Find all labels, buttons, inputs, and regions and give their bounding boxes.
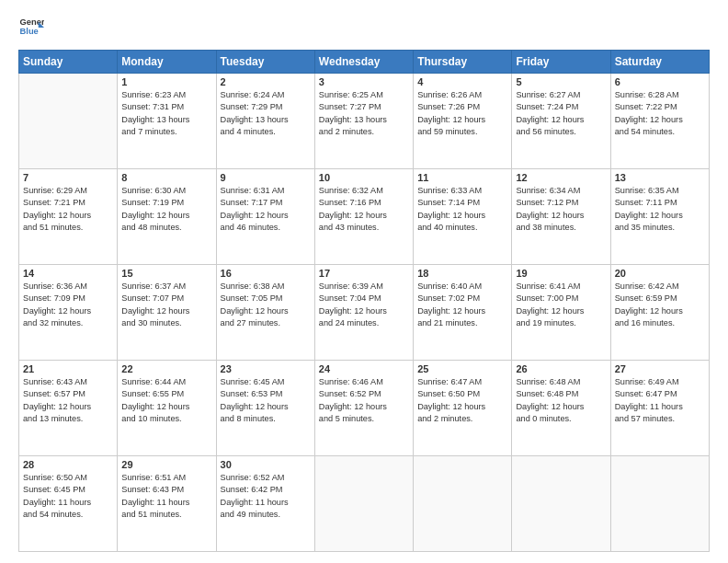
cell-info: Sunrise: 6:36 AM Sunset: 7:09 PM Dayligh… bbox=[23, 281, 113, 329]
calendar-cell: 19Sunrise: 6:41 AM Sunset: 7:00 PM Dayli… bbox=[512, 265, 610, 361]
day-number: 13 bbox=[615, 172, 705, 183]
calendar-cell: 13Sunrise: 6:35 AM Sunset: 7:11 PM Dayli… bbox=[610, 169, 709, 265]
calendar-cell: 16Sunrise: 6:38 AM Sunset: 7:05 PM Dayli… bbox=[216, 265, 314, 361]
calendar-cell: 30Sunrise: 6:52 AM Sunset: 6:42 PM Dayli… bbox=[216, 456, 314, 552]
calendar-cell bbox=[512, 456, 610, 552]
calendar-cell: 4Sunrise: 6:26 AM Sunset: 7:26 PM Daylig… bbox=[414, 74, 512, 169]
day-number: 23 bbox=[221, 363, 311, 374]
calendar-cell: 23Sunrise: 6:45 AM Sunset: 6:53 PM Dayli… bbox=[216, 361, 314, 456]
cell-info: Sunrise: 6:50 AM Sunset: 6:45 PM Dayligh… bbox=[23, 472, 113, 521]
cell-info: Sunrise: 6:29 AM Sunset: 7:21 PM Dayligh… bbox=[23, 185, 113, 234]
day-number: 7 bbox=[23, 172, 113, 183]
cell-info: Sunrise: 6:38 AM Sunset: 7:05 PM Dayligh… bbox=[221, 281, 311, 329]
weekday-header-thursday: Thursday bbox=[414, 51, 512, 74]
day-number: 19 bbox=[516, 268, 606, 279]
calendar-cell: 12Sunrise: 6:34 AM Sunset: 7:12 PM Dayli… bbox=[512, 169, 610, 265]
day-number: 17 bbox=[319, 268, 409, 279]
day-number: 15 bbox=[121, 268, 211, 279]
cell-info: Sunrise: 6:32 AM Sunset: 7:16 PM Dayligh… bbox=[319, 185, 409, 234]
cell-info: Sunrise: 6:49 AM Sunset: 6:47 PM Dayligh… bbox=[615, 376, 705, 425]
day-number: 16 bbox=[221, 268, 311, 279]
day-number: 29 bbox=[121, 459, 211, 470]
cell-info: Sunrise: 6:47 AM Sunset: 6:50 PM Dayligh… bbox=[417, 376, 507, 425]
weekday-header-monday: Monday bbox=[118, 51, 216, 74]
calendar-cell bbox=[314, 456, 413, 552]
calendar-cell: 17Sunrise: 6:39 AM Sunset: 7:04 PM Dayli… bbox=[314, 265, 413, 361]
cell-info: Sunrise: 6:23 AM Sunset: 7:31 PM Dayligh… bbox=[121, 89, 211, 138]
logo-icon: General Blue bbox=[18, 15, 44, 40]
day-number: 3 bbox=[319, 76, 409, 87]
cell-info: Sunrise: 6:44 AM Sunset: 6:55 PM Dayligh… bbox=[121, 376, 211, 425]
cell-info: Sunrise: 6:46 AM Sunset: 6:52 PM Dayligh… bbox=[319, 376, 409, 425]
cell-info: Sunrise: 6:28 AM Sunset: 7:22 PM Dayligh… bbox=[615, 89, 705, 138]
cell-info: Sunrise: 6:25 AM Sunset: 7:27 PM Dayligh… bbox=[319, 89, 409, 138]
calendar-cell: 1Sunrise: 6:23 AM Sunset: 7:31 PM Daylig… bbox=[118, 74, 216, 169]
calendar-cell: 10Sunrise: 6:32 AM Sunset: 7:16 PM Dayli… bbox=[314, 169, 413, 265]
day-number: 11 bbox=[417, 172, 507, 183]
day-number: 21 bbox=[23, 363, 113, 374]
cell-info: Sunrise: 6:33 AM Sunset: 7:14 PM Dayligh… bbox=[417, 185, 507, 234]
cell-info: Sunrise: 6:42 AM Sunset: 6:59 PM Dayligh… bbox=[615, 281, 705, 329]
calendar-cell: 25Sunrise: 6:47 AM Sunset: 6:50 PM Dayli… bbox=[414, 361, 512, 456]
day-number: 18 bbox=[417, 268, 507, 279]
week-row-4: 21Sunrise: 6:43 AM Sunset: 6:57 PM Dayli… bbox=[19, 361, 710, 456]
calendar-cell: 24Sunrise: 6:46 AM Sunset: 6:52 PM Dayli… bbox=[314, 361, 413, 456]
calendar-cell: 27Sunrise: 6:49 AM Sunset: 6:47 PM Dayli… bbox=[610, 361, 709, 456]
calendar-cell: 29Sunrise: 6:51 AM Sunset: 6:43 PM Dayli… bbox=[118, 456, 216, 552]
day-number: 6 bbox=[615, 76, 705, 87]
cell-info: Sunrise: 6:37 AM Sunset: 7:07 PM Dayligh… bbox=[121, 281, 211, 329]
calendar-cell: 9Sunrise: 6:31 AM Sunset: 7:17 PM Daylig… bbox=[216, 169, 314, 265]
day-number: 5 bbox=[516, 76, 606, 87]
day-number: 9 bbox=[221, 172, 311, 183]
day-number: 20 bbox=[615, 268, 705, 279]
cell-info: Sunrise: 6:30 AM Sunset: 7:19 PM Dayligh… bbox=[121, 185, 211, 234]
week-row-1: 1Sunrise: 6:23 AM Sunset: 7:31 PM Daylig… bbox=[19, 74, 710, 169]
week-row-3: 14Sunrise: 6:36 AM Sunset: 7:09 PM Dayli… bbox=[19, 265, 710, 361]
calendar-cell bbox=[19, 74, 118, 169]
calendar-cell: 2Sunrise: 6:24 AM Sunset: 7:29 PM Daylig… bbox=[216, 74, 314, 169]
cell-info: Sunrise: 6:43 AM Sunset: 6:57 PM Dayligh… bbox=[23, 376, 113, 425]
calendar-cell: 21Sunrise: 6:43 AM Sunset: 6:57 PM Dayli… bbox=[19, 361, 118, 456]
day-number: 4 bbox=[417, 76, 507, 87]
day-number: 10 bbox=[319, 172, 409, 183]
calendar-cell: 3Sunrise: 6:25 AM Sunset: 7:27 PM Daylig… bbox=[314, 74, 413, 169]
calendar-cell: 20Sunrise: 6:42 AM Sunset: 6:59 PM Dayli… bbox=[610, 265, 709, 361]
cell-info: Sunrise: 6:48 AM Sunset: 6:48 PM Dayligh… bbox=[516, 376, 606, 425]
day-number: 2 bbox=[221, 76, 311, 87]
calendar-cell: 11Sunrise: 6:33 AM Sunset: 7:14 PM Dayli… bbox=[414, 169, 512, 265]
calendar-cell bbox=[610, 456, 709, 552]
week-row-2: 7Sunrise: 6:29 AM Sunset: 7:21 PM Daylig… bbox=[19, 169, 710, 265]
cell-info: Sunrise: 6:31 AM Sunset: 7:17 PM Dayligh… bbox=[221, 185, 311, 234]
day-number: 30 bbox=[221, 459, 311, 470]
calendar-cell: 5Sunrise: 6:27 AM Sunset: 7:24 PM Daylig… bbox=[512, 74, 610, 169]
calendar-cell: 18Sunrise: 6:40 AM Sunset: 7:02 PM Dayli… bbox=[414, 265, 512, 361]
cell-info: Sunrise: 6:27 AM Sunset: 7:24 PM Dayligh… bbox=[516, 89, 606, 138]
cell-info: Sunrise: 6:35 AM Sunset: 7:11 PM Dayligh… bbox=[615, 185, 705, 234]
weekday-header-sunday: Sunday bbox=[19, 51, 118, 74]
calendar-table: SundayMondayTuesdayWednesdayThursdayFrid… bbox=[18, 50, 710, 552]
day-number: 27 bbox=[615, 363, 705, 374]
calendar-cell: 22Sunrise: 6:44 AM Sunset: 6:55 PM Dayli… bbox=[118, 361, 216, 456]
week-row-5: 28Sunrise: 6:50 AM Sunset: 6:45 PM Dayli… bbox=[19, 456, 710, 552]
logo: General Blue bbox=[18, 15, 48, 40]
weekday-header-saturday: Saturday bbox=[610, 51, 709, 74]
calendar-cell: 14Sunrise: 6:36 AM Sunset: 7:09 PM Dayli… bbox=[19, 265, 118, 361]
day-number: 14 bbox=[23, 268, 113, 279]
calendar-cell: 28Sunrise: 6:50 AM Sunset: 6:45 PM Dayli… bbox=[19, 456, 118, 552]
day-number: 28 bbox=[23, 459, 113, 470]
cell-info: Sunrise: 6:40 AM Sunset: 7:02 PM Dayligh… bbox=[417, 281, 507, 329]
cell-info: Sunrise: 6:45 AM Sunset: 6:53 PM Dayligh… bbox=[221, 376, 311, 425]
cell-info: Sunrise: 6:52 AM Sunset: 6:42 PM Dayligh… bbox=[221, 472, 311, 521]
day-number: 22 bbox=[121, 363, 211, 374]
cell-info: Sunrise: 6:41 AM Sunset: 7:00 PM Dayligh… bbox=[516, 281, 606, 329]
calendar-cell: 26Sunrise: 6:48 AM Sunset: 6:48 PM Dayli… bbox=[512, 361, 610, 456]
calendar-cell: 15Sunrise: 6:37 AM Sunset: 7:07 PM Dayli… bbox=[118, 265, 216, 361]
cell-info: Sunrise: 6:26 AM Sunset: 7:26 PM Dayligh… bbox=[417, 89, 507, 138]
calendar-cell: 6Sunrise: 6:28 AM Sunset: 7:22 PM Daylig… bbox=[610, 74, 709, 169]
day-number: 24 bbox=[319, 363, 409, 374]
day-number: 25 bbox=[417, 363, 507, 374]
weekday-header-tuesday: Tuesday bbox=[216, 51, 314, 74]
header: General Blue bbox=[18, 15, 710, 40]
page: General Blue SundayMondayTuesdayWednesda… bbox=[0, 0, 728, 563]
calendar-cell bbox=[414, 456, 512, 552]
